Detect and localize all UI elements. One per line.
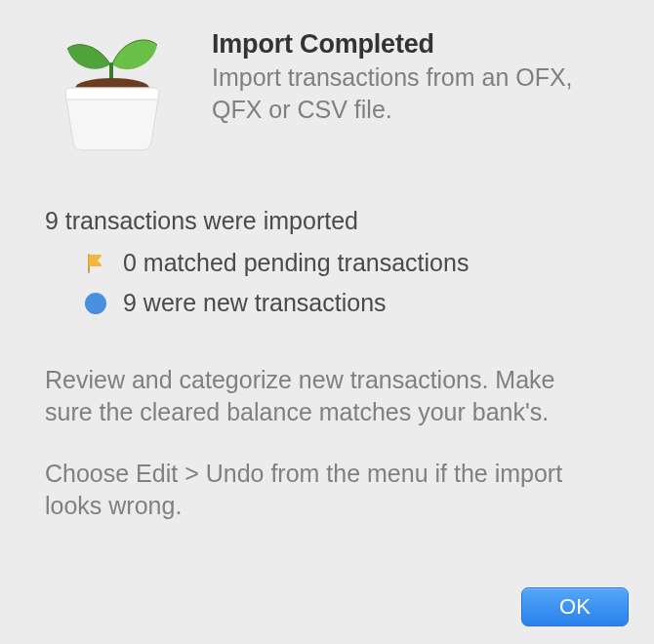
dialog-title-block: Import Completed Import transactions fro… (212, 21, 625, 126)
app-icon (54, 25, 171, 156)
summary-item-text: 9 were new transactions (123, 289, 387, 317)
dialog-title: Import Completed (212, 29, 625, 60)
summary-item-text: 0 matched pending transactions (123, 249, 469, 277)
dialog-button-row: OK (521, 587, 629, 626)
dialog-subtitle: Import transactions from an OFX, QFX or … (212, 61, 622, 126)
summary-list: 0 matched pending transactions 9 were ne… (45, 249, 609, 317)
summary-item-matched: 0 matched pending transactions (82, 249, 609, 277)
summary-heading: 9 transactions were imported (45, 207, 609, 235)
import-summary: 9 transactions were imported 0 matched p… (0, 185, 654, 317)
dialog-notes: Review and categorize new transactions. … (0, 329, 654, 522)
note-undo: Choose Edit > Undo from the menu if the … (45, 458, 609, 522)
ok-button[interactable]: OK (521, 587, 629, 626)
dialog-header: Import Completed Import transactions fro… (0, 0, 654, 185)
dot-icon (82, 290, 109, 317)
note-review: Review and categorize new transactions. … (45, 364, 609, 428)
summary-item-new: 9 were new transactions (82, 289, 609, 317)
flag-icon (82, 250, 109, 277)
